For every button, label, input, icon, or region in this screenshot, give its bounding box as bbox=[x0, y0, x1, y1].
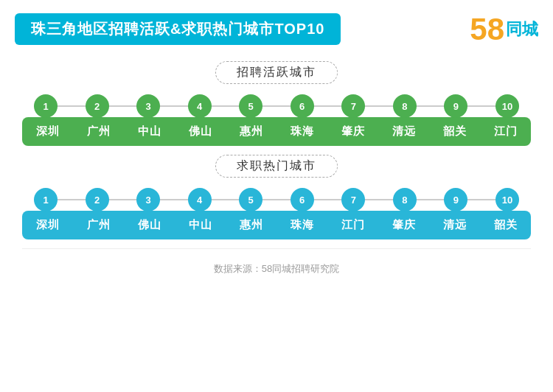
rank-circle-jobsearch-10: 10 bbox=[495, 188, 519, 211]
rank-circle-recruitment-3: 3 bbox=[136, 94, 160, 118]
city-bar-jobsearch: 深圳广州佛山中山惠州珠海江门肇庆清远韶关 bbox=[22, 211, 531, 239]
city-cell-jobsearch-1: 深圳 bbox=[22, 211, 73, 239]
logo-tc: 同城 bbox=[506, 21, 538, 38]
circles-inner-jobsearch: 12345678910 bbox=[34, 188, 519, 211]
rank-circle-jobsearch-2: 2 bbox=[86, 188, 109, 211]
footer: 数据来源：58同城招聘研究院 bbox=[0, 262, 553, 276]
header: 珠三角地区招聘活跃&求职热门城市TOP10 58 同城 bbox=[0, 0, 553, 52]
section-label-jobsearch: 求职热门城市 bbox=[215, 155, 338, 178]
rank-circle-recruitment-5: 5 bbox=[239, 94, 262, 118]
circles-row-jobsearch: 12345678910 bbox=[22, 188, 531, 211]
city-cell-recruitment-10: 江门 bbox=[480, 117, 531, 146]
sections-container: 招聘活跃城市12345678910深圳广州中山佛山惠州珠海肇庆清远韶关江门求职热… bbox=[0, 61, 553, 239]
logo-58: 58 bbox=[470, 14, 504, 45]
rank-circle-jobsearch-9: 9 bbox=[444, 188, 467, 211]
rank-circle-jobsearch-7: 7 bbox=[341, 188, 365, 211]
main-container: 珠三角地区招聘活跃&求职热门城市TOP10 58 同城 招聘活跃城市123456… bbox=[0, 0, 553, 392]
city-cell-recruitment-8: 清远 bbox=[378, 117, 429, 146]
rank-circle-recruitment-2: 2 bbox=[86, 94, 109, 118]
city-cell-recruitment-1: 深圳 bbox=[22, 117, 73, 146]
rank-circle-jobsearch-4: 4 bbox=[188, 188, 212, 211]
rank-circle-recruitment-4: 4 bbox=[188, 94, 212, 118]
rank-circle-recruitment-1: 1 bbox=[34, 94, 58, 118]
footer-divider bbox=[22, 248, 531, 249]
city-cell-jobsearch-8: 肇庆 bbox=[378, 211, 429, 239]
rank-circle-recruitment-10: 10 bbox=[495, 94, 519, 118]
rank-circle-jobsearch-6: 6 bbox=[291, 188, 314, 211]
logo: 58 同城 bbox=[470, 14, 538, 45]
city-cell-recruitment-9: 韶关 bbox=[429, 117, 480, 146]
city-cell-recruitment-6: 珠海 bbox=[276, 117, 327, 146]
city-cell-recruitment-4: 佛山 bbox=[175, 117, 226, 146]
rank-circle-recruitment-8: 8 bbox=[393, 94, 417, 118]
title-box: 珠三角地区招聘活跃&求职热门城市TOP10 bbox=[15, 13, 341, 45]
city-cell-recruitment-5: 惠州 bbox=[226, 117, 276, 146]
section-recruitment: 招聘活跃城市12345678910深圳广州中山佛山惠州珠海肇庆清远韶关江门 bbox=[22, 61, 531, 146]
rank-circle-recruitment-9: 9 bbox=[444, 94, 467, 118]
rank-circle-jobsearch-8: 8 bbox=[393, 188, 417, 211]
rank-circle-jobsearch-3: 3 bbox=[136, 188, 160, 211]
section-label-wrap-recruitment: 招聘活跃城市 bbox=[22, 61, 531, 84]
data-source: 数据来源：58同城招聘研究院 bbox=[214, 263, 339, 274]
rank-circle-recruitment-6: 6 bbox=[291, 94, 314, 118]
section-label-recruitment: 招聘活跃城市 bbox=[215, 61, 338, 84]
rank-circle-jobsearch-1: 1 bbox=[34, 188, 58, 211]
rank-circle-jobsearch-5: 5 bbox=[239, 188, 262, 211]
section-jobsearch: 求职热门城市12345678910深圳广州佛山中山惠州珠海江门肇庆清远韶关 bbox=[22, 155, 531, 239]
page-title: 珠三角地区招聘活跃&求职热门城市TOP10 bbox=[31, 21, 324, 37]
city-cell-recruitment-3: 中山 bbox=[124, 117, 175, 146]
circles-inner-recruitment: 12345678910 bbox=[34, 94, 519, 118]
city-cell-jobsearch-2: 广州 bbox=[73, 211, 124, 239]
city-bar-recruitment: 深圳广州中山佛山惠州珠海肇庆清远韶关江门 bbox=[22, 117, 531, 146]
rank-circle-recruitment-7: 7 bbox=[341, 94, 365, 118]
city-cell-jobsearch-10: 韶关 bbox=[480, 211, 531, 239]
circles-row-recruitment: 12345678910 bbox=[22, 94, 531, 118]
city-cell-jobsearch-7: 江门 bbox=[327, 211, 378, 239]
city-cell-jobsearch-4: 中山 bbox=[175, 211, 226, 239]
section-label-wrap-jobsearch: 求职热门城市 bbox=[22, 155, 531, 178]
city-cell-jobsearch-9: 清远 bbox=[429, 211, 480, 239]
city-cell-jobsearch-5: 惠州 bbox=[226, 211, 276, 239]
city-cell-recruitment-2: 广州 bbox=[73, 117, 124, 146]
city-cell-jobsearch-3: 佛山 bbox=[124, 211, 175, 239]
city-cell-recruitment-7: 肇庆 bbox=[327, 117, 378, 146]
city-cell-jobsearch-6: 珠海 bbox=[276, 211, 327, 239]
